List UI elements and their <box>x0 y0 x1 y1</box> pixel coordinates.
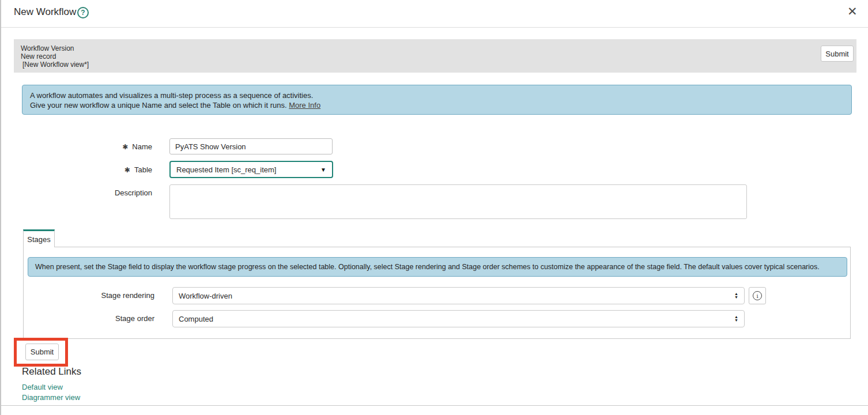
related-link-diagrammer-view[interactable]: Diagrammer view <box>22 393 80 402</box>
select-spinner-icon: ▲ ▼ <box>734 315 738 322</box>
submit-button-top[interactable]: Submit <box>821 46 854 62</box>
record-view: [New Workflow view*] <box>21 61 89 69</box>
new-workflow-dialog: New Workflow ? ✕ Workflow Version New re… <box>0 0 868 415</box>
description-textarea[interactable] <box>169 184 747 219</box>
record-type: Workflow Version <box>21 44 89 52</box>
record-state: New record <box>21 52 89 61</box>
required-icon: ✱ <box>122 143 128 151</box>
stage-rendering-value: Workflow-driven <box>179 292 232 300</box>
name-input[interactable] <box>169 138 333 154</box>
description-label: Description <box>88 188 152 197</box>
page-title: New Workflow <box>14 6 76 18</box>
info-icon: i <box>753 291 762 300</box>
stage-order-label: Stage order <box>59 314 154 323</box>
record-header-bar <box>14 39 856 73</box>
select-spinner-icon: ▲ ▼ <box>734 292 738 299</box>
name-label: ✱ Name <box>88 142 152 151</box>
submit-button-bottom[interactable]: Submit <box>25 344 59 360</box>
stage-rendering-select[interactable]: Workflow-driven ▲ ▼ <box>172 287 745 304</box>
table-select[interactable]: Requested Item [sc_req_item] ▼ <box>169 161 333 178</box>
stage-rendering-info-button[interactable]: i <box>749 287 766 304</box>
info-banner-line2: Give your new workflow a unique Name and… <box>30 100 844 110</box>
stage-rendering-label: Stage rendering <box>59 291 154 300</box>
info-banner-line1: A workflow automates and visualizes a mu… <box>30 90 844 100</box>
header-divider <box>1 27 868 28</box>
info-banner: A workflow automates and visualizes a mu… <box>22 85 852 115</box>
more-info-link[interactable]: More Info <box>289 101 320 110</box>
record-header-text: Workflow Version New record [New Workflo… <box>21 44 89 69</box>
help-icon[interactable]: ? <box>77 7 89 18</box>
stages-info-banner: When present, set the Stage field to dis… <box>28 257 847 277</box>
related-links-title: Related Links <box>22 366 81 378</box>
required-icon: ✱ <box>124 166 130 174</box>
table-label: ✱ Table <box>88 165 152 174</box>
chevron-down-icon: ▼ <box>320 167 326 173</box>
bottom-divider <box>1 405 868 406</box>
table-select-value: Requested Item [sc_req_item] <box>176 165 276 174</box>
close-icon[interactable]: ✕ <box>847 3 858 20</box>
related-link-default-view[interactable]: Default view <box>22 383 63 391</box>
stage-order-value: Computed <box>179 315 213 323</box>
stage-order-select[interactable]: Computed ▲ ▼ <box>172 310 745 327</box>
tab-stages[interactable]: Stages <box>23 229 55 247</box>
